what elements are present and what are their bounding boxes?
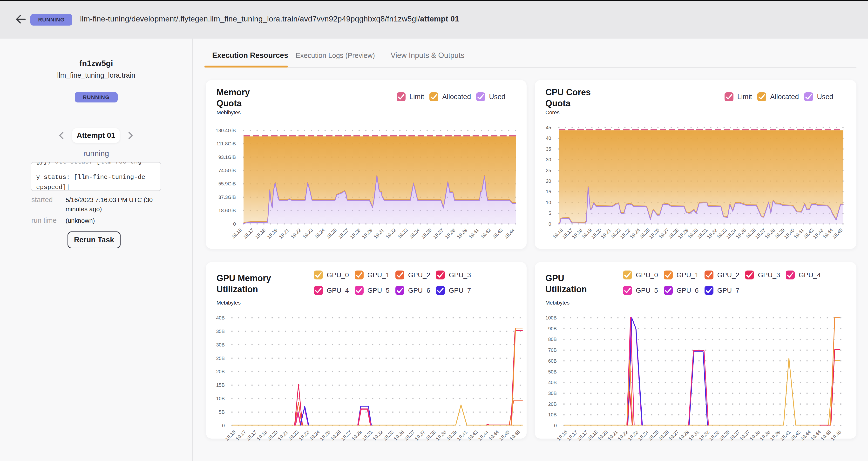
svg-text:40B: 40B xyxy=(216,315,225,320)
svg-text:19:21: 19:21 xyxy=(600,227,612,240)
svg-text:19:45: 19:45 xyxy=(831,227,844,240)
svg-text:19:37: 19:37 xyxy=(432,227,444,240)
svg-text:20: 20 xyxy=(546,178,551,184)
svg-text:19:44: 19:44 xyxy=(503,227,516,240)
svg-text:90B: 90B xyxy=(548,326,557,331)
svg-text:19:23: 19:23 xyxy=(302,227,314,240)
svg-text:19:37: 19:37 xyxy=(739,429,751,441)
svg-text:19:27: 19:27 xyxy=(668,429,680,441)
svg-text:19:36: 19:36 xyxy=(393,429,405,441)
svg-text:19:44: 19:44 xyxy=(822,227,834,240)
svg-text:19:18: 19:18 xyxy=(586,429,599,441)
svg-text:19:32: 19:32 xyxy=(384,227,397,240)
svg-text:19:38: 19:38 xyxy=(424,429,437,441)
svg-text:19:17: 19:17 xyxy=(576,429,589,441)
svg-text:19:17: 19:17 xyxy=(242,227,255,240)
svg-text:19:32: 19:32 xyxy=(698,429,710,441)
svg-text:19:25: 19:25 xyxy=(647,429,660,441)
svg-text:19:24: 19:24 xyxy=(308,429,321,441)
svg-text:60B: 60B xyxy=(548,358,557,364)
svg-text:19:16: 19:16 xyxy=(230,227,243,240)
svg-text:19:42: 19:42 xyxy=(479,227,492,240)
svg-text:19:24: 19:24 xyxy=(629,227,641,240)
svg-text:19:36: 19:36 xyxy=(420,227,433,240)
svg-text:19:23: 19:23 xyxy=(627,429,639,441)
svg-text:19:38: 19:38 xyxy=(444,227,456,240)
svg-text:93.1GiB: 93.1GiB xyxy=(218,155,236,160)
svg-text:19:37: 19:37 xyxy=(754,227,767,240)
svg-text:30: 30 xyxy=(546,157,551,162)
svg-text:19:20: 19:20 xyxy=(596,429,609,441)
svg-text:19:31: 19:31 xyxy=(696,227,709,240)
svg-text:19:18: 19:18 xyxy=(254,227,267,240)
svg-text:40B: 40B xyxy=(548,380,557,385)
svg-text:19:43: 19:43 xyxy=(789,429,802,441)
svg-text:0: 0 xyxy=(554,423,557,428)
svg-text:10: 10 xyxy=(546,200,551,205)
svg-text:20B: 20B xyxy=(548,401,557,407)
svg-text:19:33: 19:33 xyxy=(708,429,720,441)
svg-text:19:38: 19:38 xyxy=(435,429,447,441)
svg-text:15B: 15B xyxy=(216,382,225,388)
svg-text:19:44: 19:44 xyxy=(800,429,812,441)
svg-text:25: 25 xyxy=(546,168,551,173)
svg-text:100B: 100B xyxy=(546,315,557,320)
svg-text:19:24: 19:24 xyxy=(637,429,649,441)
svg-text:0: 0 xyxy=(233,221,236,227)
svg-text:5: 5 xyxy=(549,211,551,216)
svg-text:19:27: 19:27 xyxy=(340,429,352,441)
svg-text:19:28: 19:28 xyxy=(668,227,680,240)
svg-text:19:17: 19:17 xyxy=(235,429,247,441)
svg-text:19:41: 19:41 xyxy=(456,429,468,441)
svg-text:19:43: 19:43 xyxy=(812,227,824,240)
svg-text:19:20: 19:20 xyxy=(590,227,602,240)
svg-text:19:44: 19:44 xyxy=(810,429,822,441)
svg-text:19:25: 19:25 xyxy=(639,227,651,240)
svg-text:19:44: 19:44 xyxy=(488,429,500,441)
svg-text:19:25: 19:25 xyxy=(319,429,331,441)
svg-text:19:24: 19:24 xyxy=(313,227,326,240)
svg-text:19:21: 19:21 xyxy=(278,227,290,240)
svg-text:35: 35 xyxy=(546,146,551,152)
svg-text:19:39: 19:39 xyxy=(774,227,786,240)
svg-text:30B: 30B xyxy=(216,342,225,347)
svg-text:19:31: 19:31 xyxy=(688,429,700,441)
svg-text:19:37: 19:37 xyxy=(728,429,741,441)
svg-text:19:33: 19:33 xyxy=(382,429,395,441)
svg-text:19:34: 19:34 xyxy=(725,227,738,240)
svg-text:19:26: 19:26 xyxy=(325,227,338,240)
svg-text:19:19: 19:19 xyxy=(266,227,278,240)
svg-text:19:41: 19:41 xyxy=(468,227,480,240)
svg-text:20B: 20B xyxy=(216,369,225,374)
svg-text:19:22: 19:22 xyxy=(610,227,622,240)
svg-text:19:36: 19:36 xyxy=(718,429,731,441)
svg-text:19:44: 19:44 xyxy=(477,429,490,441)
svg-text:19:23: 19:23 xyxy=(298,429,310,441)
svg-text:19:18: 19:18 xyxy=(256,429,268,441)
svg-text:19:26: 19:26 xyxy=(330,429,342,441)
svg-text:19:21: 19:21 xyxy=(607,429,619,441)
svg-text:19:29: 19:29 xyxy=(677,227,689,240)
svg-text:19:29: 19:29 xyxy=(350,429,363,441)
svg-text:19:17: 19:17 xyxy=(566,429,579,441)
svg-text:45: 45 xyxy=(546,125,551,130)
svg-text:19:16: 19:16 xyxy=(224,429,237,441)
svg-text:19:21: 19:21 xyxy=(277,429,289,441)
svg-text:19:22: 19:22 xyxy=(290,227,302,240)
svg-text:15: 15 xyxy=(546,189,551,194)
svg-text:19:36: 19:36 xyxy=(745,227,757,240)
svg-text:19:29: 19:29 xyxy=(361,227,373,240)
svg-text:19:45: 19:45 xyxy=(830,429,842,441)
svg-text:19:45: 19:45 xyxy=(509,429,521,441)
svg-text:19:27: 19:27 xyxy=(658,227,670,240)
svg-text:19:22: 19:22 xyxy=(287,429,300,441)
svg-text:19:38: 19:38 xyxy=(764,227,776,240)
svg-text:70B: 70B xyxy=(548,347,557,353)
svg-text:19:29: 19:29 xyxy=(678,429,690,441)
svg-text:18.6GiB: 18.6GiB xyxy=(218,208,236,213)
svg-text:19:28: 19:28 xyxy=(349,227,362,240)
svg-text:19:34: 19:34 xyxy=(408,227,421,240)
svg-text:19:45: 19:45 xyxy=(498,429,510,441)
svg-text:19:37: 19:37 xyxy=(414,429,426,441)
svg-text:5B: 5B xyxy=(219,409,225,415)
